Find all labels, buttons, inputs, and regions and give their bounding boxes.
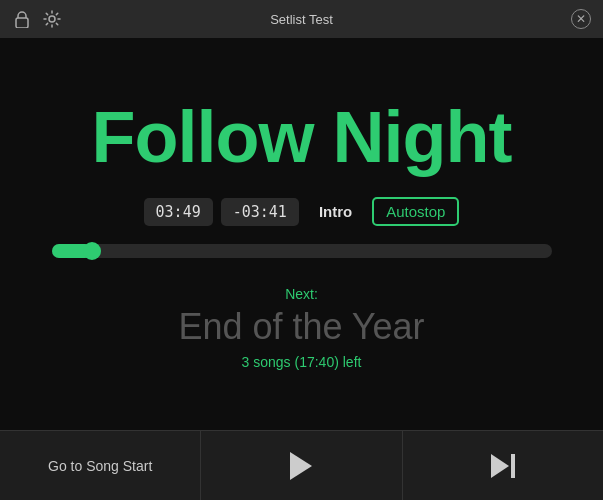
play-icon xyxy=(290,452,312,480)
skip-button[interactable] xyxy=(403,431,603,500)
settings-icon[interactable] xyxy=(42,9,62,29)
song-title: Follow Night xyxy=(92,98,512,177)
intro-badge[interactable]: Intro xyxy=(307,198,364,225)
title-bar: Setlist Test ✕ xyxy=(0,0,603,38)
main-content: Follow Night 03:49 -03:41 Intro Autostop… xyxy=(0,38,603,430)
remaining-time-badge[interactable]: -03:41 xyxy=(221,198,299,226)
next-label: Next: xyxy=(285,286,318,302)
close-button[interactable]: ✕ xyxy=(571,9,591,29)
svg-point-1 xyxy=(49,16,55,22)
next-song-title: End of the Year xyxy=(178,306,424,348)
current-time-badge[interactable]: 03:49 xyxy=(144,198,213,226)
songs-left: 3 songs (17:40) left xyxy=(242,354,362,370)
go-to-song-start-label: Go to Song Start xyxy=(48,458,152,474)
go-to-song-start-button[interactable]: Go to Song Start xyxy=(0,431,201,500)
skip-icon xyxy=(491,454,515,478)
lock-icon[interactable] xyxy=(12,9,32,29)
play-button[interactable] xyxy=(201,431,402,500)
autostop-badge[interactable]: Autostop xyxy=(372,197,459,226)
title-bar-left-controls xyxy=(12,9,62,29)
bottom-bar: Go to Song Start xyxy=(0,430,603,500)
window-title: Setlist Test xyxy=(270,12,333,27)
time-controls: 03:49 -03:41 Intro Autostop xyxy=(144,197,460,226)
progress-bar[interactable] xyxy=(52,244,552,258)
svg-rect-0 xyxy=(16,18,28,28)
progress-thumb xyxy=(83,242,101,260)
